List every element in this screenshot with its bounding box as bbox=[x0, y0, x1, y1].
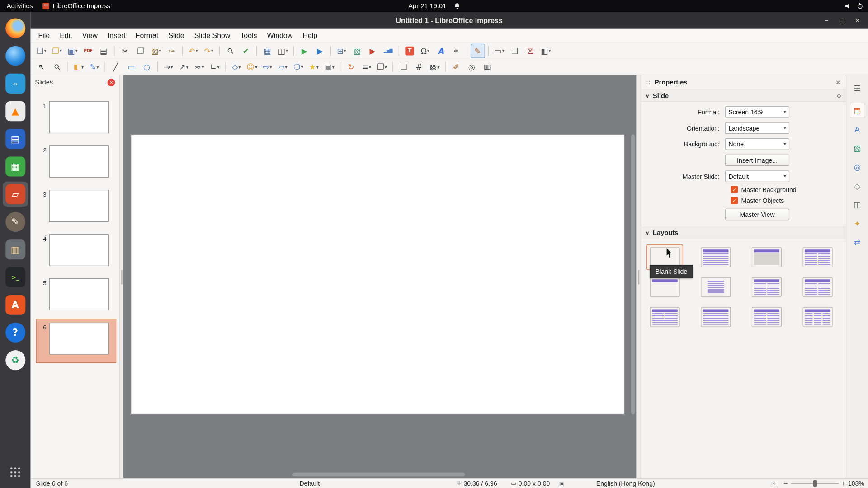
slide-thumbnail-3[interactable]: 3 bbox=[36, 186, 117, 230]
slide-thumb-preview[interactable] bbox=[49, 145, 109, 178]
copy[interactable]: ❒ bbox=[133, 43, 148, 58]
dock-thunderbird[interactable] bbox=[3, 43, 28, 69]
vertical-scrollbar-thumb[interactable] bbox=[631, 135, 635, 415]
select[interactable]: ↖ bbox=[34, 60, 49, 74]
duplicate-slide[interactable]: ❑ bbox=[508, 43, 522, 58]
slide-count-status[interactable]: Slide 6 of 6 bbox=[36, 479, 68, 488]
close-slides-panel-button[interactable]: ✕ bbox=[108, 79, 115, 86]
title-bar[interactable]: Untitled 1 - LibreOffice Impress ─□✕ bbox=[30, 12, 868, 29]
menu-format[interactable]: Format bbox=[131, 29, 163, 42]
symbol-shapes[interactable]: ☺▾ bbox=[245, 60, 259, 74]
background-dropdown[interactable]: None ▾ bbox=[725, 138, 789, 150]
menu-insert[interactable]: Insert bbox=[103, 29, 131, 42]
slide-layout[interactable]: ◧▾ bbox=[538, 43, 553, 58]
tab-master-slides[interactable]: ◫ bbox=[849, 197, 865, 212]
stars-and-banners[interactable]: ★▾ bbox=[307, 60, 321, 74]
connectors[interactable]: ∟▾ bbox=[208, 60, 222, 74]
horizontal-scrollbar-thumb[interactable] bbox=[292, 473, 465, 477]
layout-title-slide[interactable] bbox=[698, 244, 734, 270]
layout-content-2content[interactable] bbox=[799, 274, 836, 300]
paste[interactable]: ▨▾ bbox=[149, 43, 163, 58]
zoom-level-status[interactable]: 103% bbox=[848, 479, 864, 488]
layout-2content-content[interactable] bbox=[749, 274, 785, 300]
start-from-first-slide[interactable]: ▶ bbox=[297, 43, 312, 58]
slides-panel-splitter[interactable] bbox=[120, 75, 123, 478]
tab-gallery[interactable]: ▧ bbox=[849, 141, 865, 156]
maximize-button[interactable]: □ bbox=[836, 15, 847, 26]
section-options-gear-icon[interactable]: ⚙ bbox=[836, 93, 841, 99]
menu-slide[interactable]: Slide bbox=[163, 29, 189, 42]
insert-special-character[interactable]: Ω▾ bbox=[418, 43, 432, 58]
dock-software-updater[interactable]: ♻ bbox=[3, 347, 28, 373]
align-objects[interactable]: ≡▾ bbox=[359, 60, 374, 74]
dock-vscode[interactable]: ‹› bbox=[3, 71, 28, 96]
dock-ubuntu-software[interactable]: A bbox=[3, 292, 28, 318]
spelling[interactable]: ✔ bbox=[239, 43, 253, 58]
toggle-extrusion[interactable]: ▦ bbox=[480, 60, 495, 74]
language-status[interactable]: English (Hong Kong) bbox=[596, 479, 655, 488]
layout-title-content[interactable] bbox=[749, 244, 785, 270]
tab-slide-transition[interactable]: ⇄ bbox=[849, 235, 865, 250]
open[interactable]: ❐▾ bbox=[50, 43, 64, 58]
lines-and-arrows[interactable]: ↗▾ bbox=[177, 60, 191, 74]
crop-image[interactable]: # bbox=[412, 60, 426, 74]
sidebar-splitter[interactable] bbox=[636, 75, 641, 478]
sidebar-menu[interactable]: ☰ bbox=[849, 80, 865, 96]
clock-menu[interactable]: Apr 21 19:01 bbox=[408, 0, 460, 12]
print[interactable]: ▤ bbox=[96, 43, 111, 58]
show-gluepoints[interactable]: ◎ bbox=[464, 60, 479, 74]
zoom-in-button[interactable]: + bbox=[841, 479, 845, 488]
insert-table[interactable]: ⊞▾ bbox=[335, 43, 349, 58]
dock-libreoffice-writer[interactable]: ▤ bbox=[3, 126, 28, 151]
new-document[interactable]: ❏▾ bbox=[34, 43, 49, 58]
fit-slide-button[interactable]: ⊡ bbox=[771, 479, 776, 488]
insert-media[interactable]: ▶ bbox=[365, 43, 380, 58]
zoom-out-button[interactable]: − bbox=[783, 479, 788, 488]
show-draw-functions[interactable]: ✎ bbox=[471, 43, 485, 58]
slide-thumb-preview[interactable] bbox=[49, 323, 109, 355]
export-pdf[interactable]: PDF bbox=[81, 43, 95, 58]
layout-content-over-content[interactable] bbox=[698, 304, 734, 329]
save[interactable]: ▣▾ bbox=[65, 43, 80, 58]
zoom-slider-thumb[interactable] bbox=[813, 480, 817, 487]
dock-files[interactable]: ▥ bbox=[3, 237, 28, 262]
tab-animation[interactable]: ✦ bbox=[849, 216, 865, 231]
layout-2content-over-content[interactable] bbox=[646, 304, 683, 329]
document-modified-status[interactable]: ▣ bbox=[559, 479, 565, 488]
rotate[interactable]: ↻ bbox=[344, 60, 358, 74]
layout-6content[interactable] bbox=[799, 304, 836, 329]
block-arrows[interactable]: ⇨▾ bbox=[260, 60, 275, 74]
tab-shapes[interactable]: ◇ bbox=[849, 178, 865, 193]
dock-firefox[interactable] bbox=[3, 15, 28, 41]
menu-view[interactable]: View bbox=[77, 29, 103, 42]
panel-drag-handle-icon[interactable]: ∷ bbox=[646, 80, 650, 85]
zoom-slider[interactable] bbox=[791, 479, 839, 488]
slide-thumbnail-6[interactable]: 6 bbox=[36, 319, 117, 363]
layout-title-2content[interactable] bbox=[799, 244, 836, 270]
focused-app-menu[interactable]: LibreOffice Impress bbox=[43, 2, 110, 10]
flowchart-shapes[interactable]: ▱▾ bbox=[276, 60, 290, 74]
slide-thumb-preview[interactable] bbox=[49, 234, 109, 266]
fill-color[interactable]: ◧▾ bbox=[71, 60, 86, 74]
layout-centered-text[interactable] bbox=[698, 274, 734, 300]
slide-thumb-preview[interactable] bbox=[49, 190, 109, 222]
edit-points[interactable]: ✐ bbox=[449, 60, 463, 74]
menu-window[interactable]: Window bbox=[262, 29, 298, 42]
curves-and-polygons[interactable]: ≈▾ bbox=[192, 60, 207, 74]
line-ends-arrow[interactable]: →▾ bbox=[161, 60, 175, 74]
menu-file[interactable]: File bbox=[33, 29, 55, 42]
insert-image-button[interactable]: Insert Image... bbox=[725, 155, 789, 166]
slide-thumb-preview[interactable] bbox=[49, 101, 109, 133]
basic-shapes[interactable]: ◇▾ bbox=[229, 60, 244, 74]
dock-vlc[interactable]: ▲ bbox=[3, 99, 28, 124]
close-properties-icon[interactable]: ✕ bbox=[836, 80, 840, 85]
menu-slide-show[interactable]: Slide Show bbox=[189, 29, 236, 42]
insert-fontwork[interactable]: A bbox=[434, 43, 448, 58]
callout-shapes[interactable]: ❍▾ bbox=[291, 60, 306, 74]
dock-help[interactable]: ? bbox=[3, 320, 28, 345]
tab-navigator[interactable]: ◎ bbox=[849, 160, 865, 175]
cut[interactable]: ✂ bbox=[118, 43, 132, 58]
insert-chart[interactable]: ▂▅▇ bbox=[381, 43, 395, 58]
master-slide-dropdown[interactable]: Default ▾ bbox=[725, 170, 789, 182]
menu-tools[interactable]: Tools bbox=[235, 29, 262, 42]
